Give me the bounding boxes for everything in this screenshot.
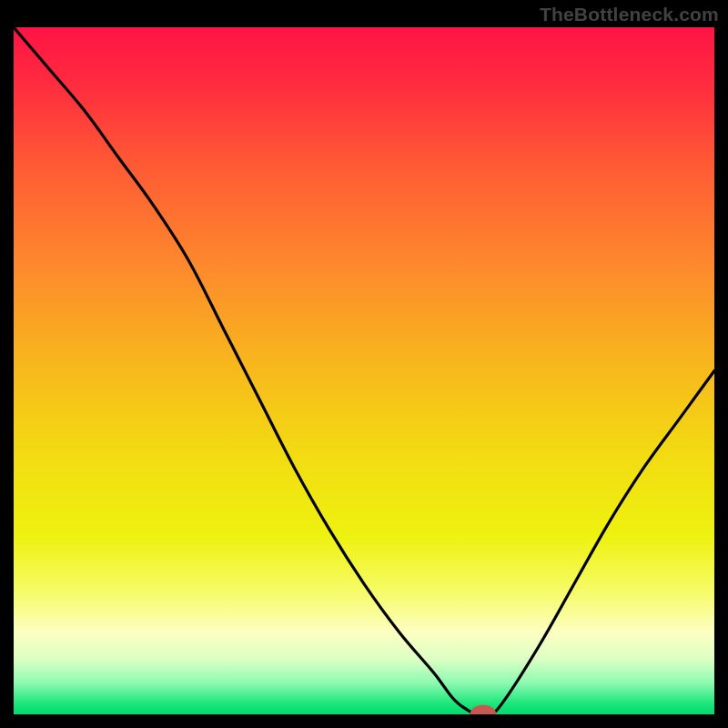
chart-frame: TheBottleneck.com xyxy=(0,0,728,728)
bottleneck-chart xyxy=(14,27,714,714)
gradient-background xyxy=(14,27,714,714)
plot-area xyxy=(14,27,714,714)
attribution-text: TheBottleneck.com xyxy=(540,4,719,25)
